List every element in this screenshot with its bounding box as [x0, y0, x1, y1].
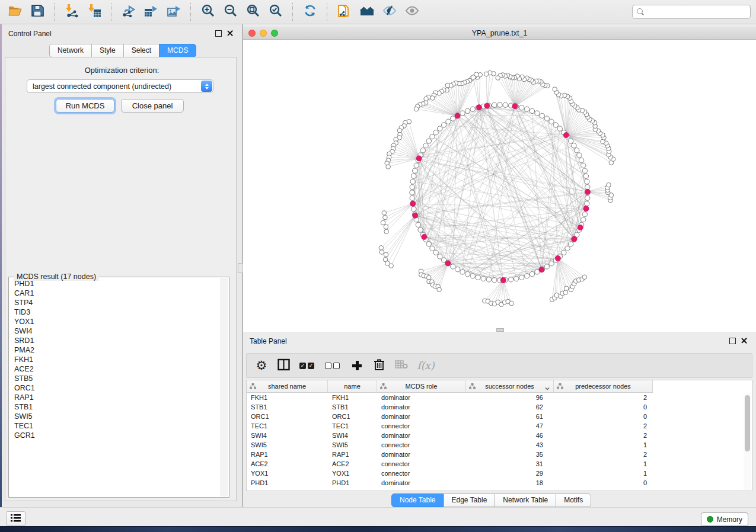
cell-MCDS-role[interactable]: dominator: [377, 402, 466, 412]
cell-name[interactable]: SWI5: [328, 440, 377, 450]
network-node[interactable]: [410, 179, 415, 184]
search-input[interactable]: [632, 5, 751, 19]
cell-name[interactable]: SWI4: [328, 431, 377, 440]
mcds-node[interactable]: [413, 213, 418, 218]
run-mcds-button[interactable]: Run MCDS: [56, 99, 114, 113]
network-node[interactable]: [503, 102, 508, 107]
network-node[interactable]: [411, 174, 416, 178]
network-window-title-bar[interactable]: YPA_prune.txt_1: [243, 27, 756, 40]
mcds-node[interactable]: [416, 156, 422, 161]
network-node[interactable]: [430, 96, 435, 101]
network-node[interactable]: [607, 182, 611, 187]
network-node[interactable]: [549, 261, 554, 266]
mcds-node[interactable]: [585, 189, 590, 194]
network-node[interactable]: [569, 242, 573, 246]
mcds-node[interactable]: [555, 255, 560, 261]
close-panel-icon[interactable]: [227, 30, 234, 37]
network-node[interactable]: [455, 267, 460, 271]
network-node[interactable]: [471, 75, 476, 80]
mcds-node[interactable]: [500, 277, 506, 283]
cell-MCDS-role[interactable]: dominator: [377, 450, 466, 459]
network-node[interactable]: [544, 264, 549, 269]
mcds-result-item[interactable]: CAR1: [9, 289, 221, 298]
network-node[interactable]: [384, 225, 388, 229]
cell-predecessor-nodes[interactable]: 0: [554, 478, 653, 488]
network-node[interactable]: [583, 174, 588, 178]
cell-name[interactable]: RAP1: [328, 450, 377, 459]
cell-shared-name[interactable]: FKH1: [247, 393, 328, 402]
table-row[interactable]: SWI5SWI5connector431: [247, 440, 752, 450]
network-node[interactable]: [430, 134, 435, 139]
network-node[interactable]: [492, 278, 497, 283]
show-columns-button[interactable]: [275, 357, 292, 374]
cell-name[interactable]: ACE2: [328, 459, 377, 469]
mcds-node[interactable]: [539, 267, 544, 273]
tab-select[interactable]: Select: [123, 44, 160, 57]
tab-network[interactable]: Network: [49, 44, 92, 57]
network-node[interactable]: [450, 116, 455, 121]
delete-table-button[interactable]: [393, 357, 410, 374]
table-scrollbar-thumb[interactable]: [745, 395, 750, 451]
cell-shared-name[interactable]: PHD1: [247, 478, 328, 488]
network-node[interactable]: [585, 185, 590, 190]
column-header-shared-name[interactable]: shared name: [247, 380, 328, 392]
network-node[interactable]: [484, 72, 489, 76]
network-node[interactable]: [416, 222, 420, 227]
cell-shared-name[interactable]: RAP1: [247, 450, 328, 459]
network-node[interactable]: [414, 163, 419, 168]
network-node[interactable]: [525, 274, 529, 278]
new-network-from-selection-button[interactable]: [333, 2, 356, 22]
mcds-result-item[interactable]: RAP1: [9, 393, 221, 402]
cell-successor-nodes[interactable]: 18: [466, 478, 554, 488]
cell-name[interactable]: PHD1: [328, 478, 377, 488]
network-node[interactable]: [437, 254, 442, 259]
network-node[interactable]: [465, 108, 470, 113]
network-node[interactable]: [581, 217, 586, 222]
cell-name[interactable]: STB1: [328, 402, 377, 412]
network-node[interactable]: [574, 148, 579, 153]
network-node[interactable]: [585, 201, 589, 206]
network-node[interactable]: [414, 107, 419, 111]
network-node[interactable]: [470, 274, 475, 278]
cell-MCDS-role[interactable]: dominator: [377, 431, 466, 440]
network-node[interactable]: [460, 270, 465, 274]
network-node[interactable]: [572, 143, 576, 148]
cell-shared-name[interactable]: ORC1: [247, 412, 328, 421]
sort-chevron-icon[interactable]: [545, 384, 550, 392]
mcds-result-item[interactable]: FKH1: [9, 355, 221, 364]
cell-shared-name[interactable]: STB1: [247, 402, 328, 412]
network-node[interactable]: [540, 113, 544, 118]
tab-mcds[interactable]: MCDS: [159, 44, 196, 57]
mcds-result-item[interactable]: PMA2: [9, 345, 221, 355]
cell-name[interactable]: YOX1: [328, 469, 377, 478]
network-node[interactable]: [384, 229, 389, 234]
cell-MCDS-role[interactable]: dominator: [377, 478, 466, 488]
cell-predecessor-nodes[interactable]: 2: [554, 393, 653, 402]
export-table-button[interactable]: [140, 2, 162, 22]
cell-MCDS-role[interactable]: connector: [377, 440, 466, 450]
tab-network-table[interactable]: Network Table: [495, 493, 556, 507]
cell-successor-nodes[interactable]: 46: [466, 431, 554, 440]
mcds-result-item[interactable]: ORC1: [9, 383, 221, 393]
cell-successor-nodes[interactable]: 35: [466, 450, 554, 459]
network-node[interactable]: [476, 275, 480, 280]
memory-button[interactable]: Memory: [701, 512, 748, 526]
network-node[interactable]: [410, 190, 414, 195]
refresh-button[interactable]: [299, 2, 321, 22]
close-panel-button[interactable]: Close panel: [121, 99, 184, 113]
network-node[interactable]: [410, 196, 414, 200]
table-row[interactable]: PHD1PHD1dominator180: [247, 478, 752, 488]
column-header-MCDS-role[interactable]: MCDS role: [377, 380, 466, 392]
zoom-selected-button[interactable]: [264, 2, 287, 22]
zoom-fit-button[interactable]: [242, 2, 264, 22]
network-node[interactable]: [585, 179, 589, 184]
network-node[interactable]: [565, 246, 570, 251]
cell-shared-name[interactable]: ACE2: [247, 459, 328, 469]
network-node[interactable]: [509, 301, 514, 306]
network-node[interactable]: [529, 271, 534, 276]
mcds-result-item[interactable]: YOX1: [9, 317, 221, 326]
cell-name[interactable]: TEC1: [328, 421, 377, 431]
cell-MCDS-role[interactable]: dominator: [377, 412, 466, 421]
mcds-node[interactable]: [563, 132, 569, 137]
houses-button[interactable]: [356, 2, 378, 22]
